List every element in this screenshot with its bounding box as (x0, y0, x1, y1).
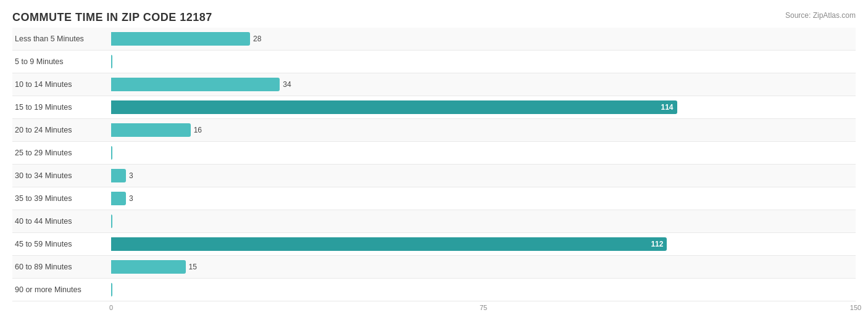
bar-fill (111, 55, 112, 68)
bar-row: 35 to 39 Minutes3 (12, 187, 856, 210)
bar-label: 25 to 29 Minutes (12, 149, 111, 157)
bar-value: 15 (189, 263, 197, 271)
bar-fill (111, 32, 250, 46)
bar-track: 28 (111, 32, 856, 46)
bar-value: 34 (283, 80, 291, 89)
bar-track: 34 (111, 78, 856, 91)
bar-track (111, 215, 856, 228)
bar-row: 30 to 34 Minutes3 (12, 165, 856, 187)
bar-value: 3 (129, 194, 133, 203)
bar-fill: 114 (111, 100, 677, 114)
bar-label: 35 to 39 Minutes (12, 194, 111, 203)
bar-track (111, 146, 856, 160)
bar-value-inside: 112 (651, 240, 663, 248)
bar-label: 90 or more Minutes (12, 285, 111, 294)
bar-fill: 112 (111, 237, 667, 251)
bar-track: 3 (111, 169, 856, 182)
bar-row: 5 to 9 Minutes (12, 51, 856, 73)
bar-row: 60 to 89 Minutes15 (12, 256, 856, 279)
chart-container: COMMUTE TIME IN ZIP CODE 12187 Source: Z… (0, 0, 868, 323)
bar-label: 10 to 14 Minutes (12, 80, 111, 89)
bar-fill (111, 78, 280, 91)
bars-wrapper: Less than 5 Minutes285 to 9 Minutes10 to… (12, 28, 856, 301)
x-axis-tick: 0 (109, 304, 113, 311)
bar-track: 15 (111, 260, 856, 274)
bar-track (111, 283, 856, 296)
bar-fill (111, 192, 126, 205)
bar-row: 15 to 19 Minutes114 (12, 96, 856, 119)
bar-value: 28 (253, 35, 261, 43)
bar-track (111, 55, 856, 68)
bar-label: 60 to 89 Minutes (12, 263, 111, 271)
bar-track: 16 (111, 123, 856, 137)
bar-row: 90 or more Minutes (12, 279, 856, 301)
bar-track: 114 (111, 100, 856, 114)
bar-row: 40 to 44 Minutes (12, 210, 856, 233)
bar-fill (111, 283, 112, 296)
bar-value: 16 (194, 126, 202, 134)
bar-track: 112 (111, 237, 856, 251)
bar-value: 3 (129, 171, 133, 180)
bar-label: Less than 5 Minutes (12, 35, 111, 43)
bar-fill (111, 146, 112, 160)
bar-label: 40 to 44 Minutes (12, 217, 111, 226)
source-label: Source: ZipAtlas.com (785, 11, 856, 20)
bar-fill (111, 169, 126, 182)
bar-label: 20 to 24 Minutes (12, 126, 111, 134)
x-axis-tick: 150 (850, 304, 861, 311)
bar-row: 25 to 29 Minutes (12, 142, 856, 165)
bar-row: 10 to 14 Minutes34 (12, 73, 856, 96)
bar-row: 20 to 24 Minutes16 (12, 119, 856, 142)
bar-track: 3 (111, 192, 856, 205)
x-axis: 075150 (111, 304, 856, 316)
bar-fill (111, 123, 191, 137)
bar-fill (111, 260, 186, 274)
x-axis-tick: 75 (480, 304, 487, 311)
bar-row: Less than 5 Minutes28 (12, 28, 856, 51)
bar-row: 45 to 59 Minutes112 (12, 233, 856, 256)
bar-value-inside: 114 (661, 103, 674, 112)
bar-fill (111, 215, 112, 228)
bar-label: 45 to 59 Minutes (12, 240, 111, 248)
bar-label: 30 to 34 Minutes (12, 171, 111, 180)
bar-label: 15 to 19 Minutes (12, 103, 111, 112)
bar-label: 5 to 9 Minutes (12, 57, 111, 66)
chart-title: COMMUTE TIME IN ZIP CODE 12187 (12, 11, 856, 24)
